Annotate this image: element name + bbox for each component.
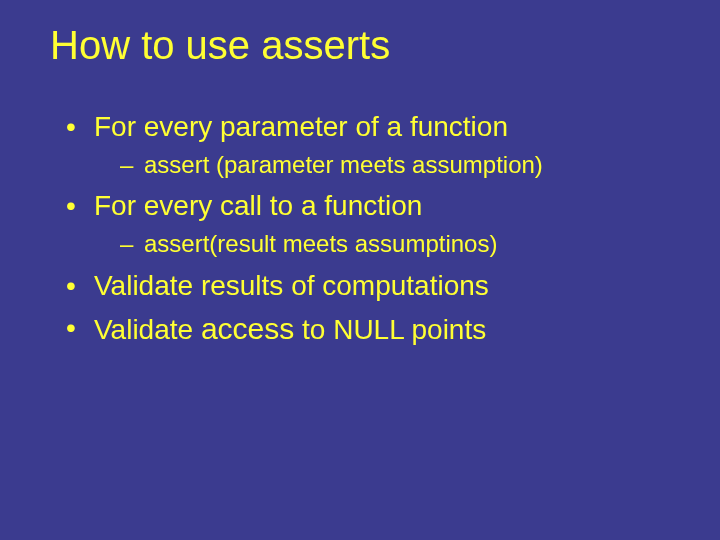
- bullet-item: Validate results of computations: [66, 267, 670, 305]
- slide: How to use asserts For every parameter o…: [0, 0, 720, 540]
- bullet-text-pre: Validate: [94, 314, 201, 345]
- bullet-text-post: to NULL points: [294, 314, 486, 345]
- bullet-text: For every parameter of a function: [94, 111, 508, 142]
- bullet-list: For every parameter of a function assert…: [50, 108, 670, 349]
- sub-bullet-text: assert(result meets assumptinos): [144, 230, 497, 257]
- sub-bullet-list: assert (parameter meets assumption): [94, 148, 670, 182]
- bullet-text: For every call to a function: [94, 190, 422, 221]
- bullet-item: For every call to a function assert(resu…: [66, 187, 670, 260]
- bullet-item: Validate access to NULL points: [66, 309, 670, 350]
- bullet-text-emph: access: [201, 312, 294, 345]
- sub-bullet-item: assert(result meets assumptinos): [120, 227, 670, 261]
- sub-bullet-text: assert (parameter meets assumption): [144, 151, 543, 178]
- slide-title: How to use asserts: [50, 22, 670, 68]
- sub-bullet-item: assert (parameter meets assumption): [120, 148, 670, 182]
- bullet-text: Validate results of computations: [94, 270, 489, 301]
- bullet-item: For every parameter of a function assert…: [66, 108, 670, 181]
- sub-bullet-list: assert(result meets assumptinos): [94, 227, 670, 261]
